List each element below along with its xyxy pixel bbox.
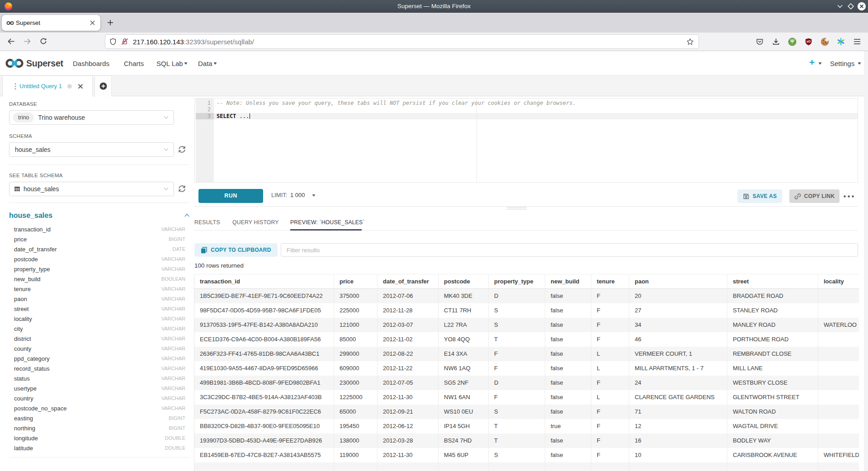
- table-row[interactable]: 419E1030-9A55-4467-8DA9-9FED95D659666090…: [194, 361, 859, 376]
- col-header-street[interactable]: street: [727, 274, 818, 289]
- pane-resize-handle[interactable]: [507, 207, 527, 211]
- column-row[interactable]: longitude DOUBLE: [9, 433, 185, 443]
- run-button[interactable]: RUN: [198, 189, 263, 203]
- copy-link-button[interactable]: COPY LINK: [789, 189, 840, 203]
- download-icon[interactable]: [769, 34, 783, 49]
- limit-value[interactable]: 1 000: [290, 192, 305, 198]
- column-row[interactable]: street VARCHAR: [9, 304, 185, 314]
- col-header-tenure[interactable]: tenure: [591, 274, 629, 289]
- new-tab-button[interactable]: [105, 17, 116, 28]
- table-row[interactable]: 3C3C29DC-B7B2-4BE5-914A-A38123AF403B1225…: [194, 390, 859, 405]
- privacy-badger-icon[interactable]: [785, 34, 799, 49]
- column-row[interactable]: paon VARCHAR: [9, 294, 185, 304]
- add-new-button[interactable]: +: [809, 57, 815, 68]
- tab-close-icon[interactable]: [88, 18, 97, 27]
- pocket-icon[interactable]: [752, 34, 767, 49]
- save-as-button[interactable]: SAVE AS: [737, 189, 782, 203]
- col-header-paon[interactable]: paon: [629, 274, 727, 289]
- column-name: northing: [14, 425, 35, 432]
- browser-tab[interactable]: Superset: [2, 15, 100, 31]
- maximize-icon[interactable]: [846, 2, 855, 11]
- table-row[interactable]: 1B5C39ED-BE7F-41EF-9E71-9C60EED74A223750…: [194, 289, 859, 303]
- chevron-up-icon[interactable]: [184, 213, 190, 217]
- column-row[interactable]: locality VARCHAR: [9, 314, 185, 324]
- column-row[interactable]: tenure VARCHAR: [9, 284, 185, 294]
- column-row[interactable]: county VARCHAR: [9, 344, 185, 353]
- cookie-icon[interactable]: [817, 34, 832, 49]
- browser-scrollbar[interactable]: [864, 51, 868, 471]
- col-header-new-build[interactable]: new_build: [545, 274, 591, 289]
- superset-brand[interactable]: Superset: [26, 58, 63, 69]
- table-row[interactable]: EB1459EB-67ED-47C8-B2E7-A38143AB55751190…: [194, 448, 859, 462]
- forward-button[interactable]: [20, 34, 34, 48]
- close-icon[interactable]: [857, 2, 866, 11]
- column-row[interactable]: city VARCHAR: [9, 324, 185, 334]
- ublock-origin-icon[interactable]: uO: [801, 34, 816, 49]
- database-select[interactable]: trino Trino warehouse: [9, 110, 174, 125]
- column-row[interactable]: easting BIGINT: [9, 413, 185, 423]
- col-header-price[interactable]: price: [334, 274, 377, 289]
- superset-logo-icon[interactable]: [5, 57, 24, 70]
- column-row[interactable]: record_status VARCHAR: [9, 363, 185, 373]
- insecure-lock-icon[interactable]: [121, 38, 128, 45]
- table-row[interactable]: 499B1981-3B6B-4BCD-808F-9FED9802BFA12300…: [194, 376, 859, 390]
- tab-results[interactable]: RESULTS: [194, 219, 220, 226]
- table-panel-title[interactable]: house_sales: [9, 212, 52, 220]
- column-row[interactable]: postcode_no_space VARCHAR: [9, 403, 185, 413]
- column-row[interactable]: property_type VARCHAR: [9, 264, 185, 274]
- column-row[interactable]: usertype VARCHAR: [9, 383, 185, 393]
- more-options-icon[interactable]: [844, 195, 854, 198]
- back-button[interactable]: [4, 34, 18, 48]
- column-row[interactable]: district VARCHAR: [9, 334, 185, 344]
- copy-to-clipboard-button[interactable]: COPY TO CLIPBOARD: [194, 243, 278, 257]
- table-row[interactable]: 2636F323-FF41-4765-81DB-98CAA6A43BC12990…: [194, 347, 859, 361]
- col-header-property-type[interactable]: property_type: [489, 274, 545, 289]
- column-row[interactable]: country VARCHAR: [9, 393, 185, 403]
- nav-item-data[interactable]: Data: [198, 60, 212, 67]
- limit-caret-icon[interactable]: [312, 194, 316, 197]
- table-row[interactable]: 91370533-19F5-47FE-B142-A380A8ADA2101210…: [194, 318, 859, 332]
- table-row[interactable]: ECE1D376-C9A6-4C00-B004-A380B189FA568500…: [194, 332, 859, 347]
- bookmark-star-icon[interactable]: [686, 38, 694, 46]
- column-row[interactable]: new_build BOOLEAN: [9, 274, 185, 284]
- table-cell: 3C3C29DC-B7B2-4BE5-914A-A38123AF403B: [194, 390, 334, 405]
- filter-results-input[interactable]: [281, 243, 858, 257]
- menu-icon[interactable]: [850, 34, 864, 49]
- extension-asterisk-icon[interactable]: [834, 34, 848, 49]
- table-select[interactable]: house_sales: [9, 182, 174, 196]
- minimize-icon[interactable]: [835, 2, 844, 11]
- refresh-schema-icon[interactable]: [178, 145, 186, 154]
- column-row[interactable]: latitude DOUBLE: [9, 443, 185, 453]
- nav-item-sql-lab[interactable]: SQL Lab: [156, 60, 183, 67]
- add-query-tab-button[interactable]: [94, 75, 112, 96]
- reload-button[interactable]: [36, 34, 51, 48]
- tab-query-history[interactable]: QUERY HISTORY: [232, 219, 279, 226]
- col-header-date-of-transfer[interactable]: date_of_transfer: [377, 274, 439, 289]
- column-row[interactable]: transaction_id VARCHAR: [9, 224, 185, 234]
- nav-item-charts[interactable]: Charts: [124, 60, 144, 67]
- query-tab[interactable]: Untitled Query 1: [2, 75, 93, 96]
- query-tab-title[interactable]: Untitled Query 1: [19, 83, 62, 89]
- nav-item-settings[interactable]: Settings: [830, 60, 854, 67]
- column-row[interactable]: status VARCHAR: [9, 373, 185, 383]
- nav-item-dashboards[interactable]: Dashboards: [73, 60, 109, 67]
- column-row[interactable]: postcode VARCHAR: [9, 254, 185, 264]
- column-row[interactable]: price BIGINT: [9, 234, 185, 244]
- table-row[interactable]: BB8320C9-D82B-4B37-90E0-9FEE05095E101954…: [194, 419, 859, 433]
- col-header-transaction-id[interactable]: transaction_id: [194, 274, 334, 289]
- refresh-table-icon[interactable]: [178, 184, 186, 193]
- schema-select[interactable]: house_sales: [9, 142, 174, 157]
- column-row[interactable]: ppd_category VARCHAR: [9, 353, 185, 363]
- column-row[interactable]: northing BIGINT: [9, 423, 185, 433]
- col-header-locality[interactable]: locality: [818, 274, 859, 289]
- url-bar[interactable]: 217.160.120.143:32393/superset/sqllab/: [105, 34, 699, 49]
- sql-editor[interactable]: 1 2 3 -- Note: Unless you save your quer…: [194, 98, 858, 183]
- table-row[interactable]: 98F5DC47-0D05-4D59-95B7-98CA6F1FDE052250…: [194, 303, 859, 318]
- column-row[interactable]: date_of_transfer DATE: [9, 244, 185, 254]
- table-row[interactable]: 193907D3-5DBD-453D-A49E-9FEE27DAB9261380…: [194, 433, 859, 448]
- table-row[interactable]: F5C273AC-0D2A-458F-8279-9C61F0C22EC66500…: [194, 405, 859, 419]
- query-tab-close-icon[interactable]: [78, 84, 83, 89]
- shield-icon[interactable]: [109, 38, 117, 45]
- col-header-postcode[interactable]: postcode: [439, 274, 489, 289]
- tab-preview[interactable]: PREVIEW: `HOUSE_SALES`: [290, 219, 365, 226]
